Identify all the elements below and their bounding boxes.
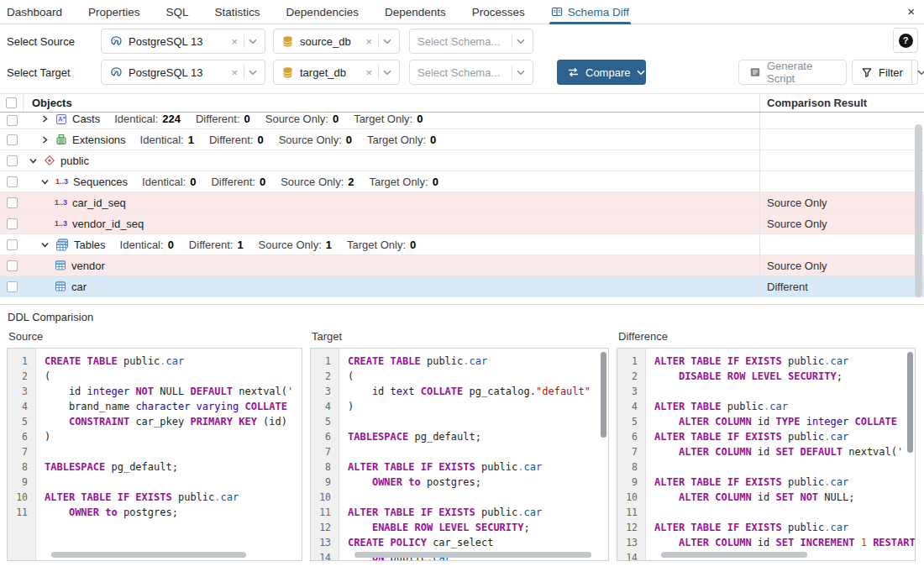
ddl-difference-editor[interactable]: 1234567891011121314ALTER TABLE IF EXISTS… xyxy=(617,348,916,561)
horizontal-scrollbar-thumb[interactable] xyxy=(51,552,246,558)
tree-row-casts[interactable]: CastsIdentical:224Different:0Source Only… xyxy=(0,113,924,129)
tab-dashboard[interactable]: Dashboard xyxy=(7,0,62,24)
source-schema-chevron-down-icon[interactable] xyxy=(514,39,528,45)
postgresql-server-icon xyxy=(109,34,123,48)
script-icon xyxy=(749,66,761,78)
tab-processes[interactable]: Processes xyxy=(472,0,525,24)
target-schema-placeholder: Select Schema... xyxy=(417,66,510,79)
comparison-result-cell xyxy=(759,113,924,129)
row-checkbox[interactable] xyxy=(7,155,18,166)
tree-row-extensions[interactable]: ExtensionsIdentical:1Different:0Source O… xyxy=(0,129,924,150)
row-checkbox[interactable] xyxy=(7,281,18,292)
tab-dependencies[interactable]: Dependencies xyxy=(286,0,359,24)
chevron-right-icon[interactable] xyxy=(40,135,50,144)
chevron-down-icon[interactable] xyxy=(40,240,50,249)
compare-chevron-down-icon[interactable] xyxy=(630,70,652,76)
row-stats: Identical:1Different:0Source Only:0Targe… xyxy=(140,134,437,146)
filter-button[interactable]: Filter xyxy=(852,60,918,85)
comparison-grid-header: Objects Comparison Result xyxy=(0,94,924,113)
close-panel-icon[interactable]: × xyxy=(907,5,915,18)
tree-row-label: Extensions xyxy=(72,134,126,146)
row-checkbox[interactable] xyxy=(7,239,18,250)
tree-row-label: Sequences xyxy=(73,176,128,188)
tree-row-sequences[interactable]: 1..3SequencesIdentical:0Different:0Sourc… xyxy=(0,171,924,192)
clear-source-database-icon[interactable]: × xyxy=(361,35,376,48)
grid-body: CastsIdentical:224Different:0Source Only… xyxy=(0,113,924,297)
source-server-value: PostgreSQL 13 xyxy=(129,35,227,48)
stat-different: Different:0 xyxy=(209,134,264,146)
tab-properties[interactable]: Properties xyxy=(88,0,140,24)
compare-button[interactable]: Compare xyxy=(557,60,646,85)
tab-statistics[interactable]: Statistics xyxy=(215,0,260,24)
tree-row-public[interactable]: public xyxy=(0,150,924,171)
chevron-down-icon[interactable] xyxy=(40,177,50,186)
grid-vertical-scrollbar-thumb[interactable] xyxy=(915,124,922,297)
target-database-value: target_db xyxy=(300,66,361,79)
compare-button-label: Compare xyxy=(585,66,630,79)
target-server-select[interactable]: PostgreSQL 13 × xyxy=(101,60,265,85)
stat-target-only: Target Only:0 xyxy=(370,176,438,188)
stat-different: Different:0 xyxy=(196,113,250,125)
line-number-gutter: 1234567891011121314 xyxy=(617,349,646,560)
row-checkbox[interactable] xyxy=(7,115,18,126)
tab-schema-diff[interactable]: Schema Diff xyxy=(551,0,629,24)
ddl-target-editor[interactable]: 1234567891011121314CREATE TABLE public.c… xyxy=(310,348,609,561)
tab-schema-diff-label: Schema Diff xyxy=(568,6,629,18)
chevron-right-icon[interactable] xyxy=(40,114,50,123)
schema-diff-icon xyxy=(551,6,563,18)
database-icon xyxy=(281,66,294,79)
tree-row-label: vendor xyxy=(71,260,105,272)
tree-row-label: vendor_id_seq xyxy=(72,218,144,230)
source-database-select[interactable]: source_db × xyxy=(273,29,400,54)
row-checkbox[interactable] xyxy=(7,218,18,229)
ddl-target-label: Target xyxy=(312,330,609,343)
target-schema-select[interactable]: Select Schema... xyxy=(409,60,533,85)
tree-row-label: car xyxy=(71,281,87,293)
clear-target-database-icon[interactable]: × xyxy=(361,66,376,79)
filter-button-label: Filter xyxy=(879,66,903,79)
stat-source-only: Source Only:2 xyxy=(281,176,354,188)
target-server-chevron-down-icon[interactable] xyxy=(246,70,260,76)
horizontal-scrollbar-thumb[interactable] xyxy=(354,552,591,558)
vertical-scrollbar-thumb[interactable] xyxy=(907,352,913,453)
select-source-label: Select Source xyxy=(7,35,75,48)
tree-row-label: public xyxy=(60,155,89,167)
horizontal-scrollbar-thumb[interactable] xyxy=(661,552,807,558)
line-number-gutter: 1234567891011 xyxy=(8,349,36,560)
ddl-source-editor[interactable]: 1234567891011CREATE TABLE public.car( id… xyxy=(7,348,302,561)
tree-row-tables[interactable]: TablesIdentical:0Different:1Source Only:… xyxy=(0,234,924,255)
target-server-value: PostgreSQL 13 xyxy=(129,66,227,79)
generate-script-button[interactable]: Generate Script xyxy=(738,60,847,85)
ddl-source-label: Source xyxy=(8,330,302,343)
source-schema-select[interactable]: Select Schema... xyxy=(409,29,533,54)
target-database-select[interactable]: target_db × xyxy=(273,60,400,85)
ddl-column-target: Target1234567891011121314CREATE TABLE pu… xyxy=(310,330,609,561)
stat-target-only: Target Only:0 xyxy=(367,134,436,146)
tree-row-car-id-seq[interactable]: 1..3car_id_seqSource Only xyxy=(0,192,924,213)
tree-row-car[interactable]: carDifferent xyxy=(0,276,924,297)
comparison-result-cell xyxy=(759,234,924,255)
source-database-chevron-down-icon[interactable] xyxy=(381,39,394,45)
tab-dependents[interactable]: Dependents xyxy=(385,0,446,24)
source-server-select[interactable]: PostgreSQL 13 × xyxy=(101,29,265,54)
clear-source-server-icon[interactable]: × xyxy=(227,35,242,48)
target-database-chevron-down-icon[interactable] xyxy=(381,70,394,76)
row-checkbox[interactable] xyxy=(7,260,18,271)
clear-target-server-icon[interactable]: × xyxy=(227,66,242,79)
target-schema-chevron-down-icon[interactable] xyxy=(514,70,528,76)
tree-row-vendor[interactable]: vendorSource Only xyxy=(0,255,924,276)
stat-different: Different:1 xyxy=(189,239,244,251)
filter-chevron-down-icon[interactable] xyxy=(911,60,924,84)
source-server-chevron-down-icon[interactable] xyxy=(246,39,260,45)
help-button[interactable]: ? xyxy=(893,28,918,53)
ddl-comparison-title: DDL Comparision xyxy=(0,305,924,323)
tab-sql[interactable]: SQL xyxy=(166,0,189,24)
select-all-checkbox[interactable] xyxy=(6,97,17,108)
tree-row-vendor-id-seq[interactable]: 1..3vendor_id_seqSource Only xyxy=(0,213,924,234)
chevron-down-icon[interactable] xyxy=(29,156,39,165)
filter-button-main[interactable]: Filter xyxy=(853,60,911,84)
row-checkbox[interactable] xyxy=(7,197,18,208)
vertical-scrollbar-thumb[interactable] xyxy=(601,352,606,438)
row-checkbox[interactable] xyxy=(7,176,18,187)
row-checkbox[interactable] xyxy=(7,134,18,145)
